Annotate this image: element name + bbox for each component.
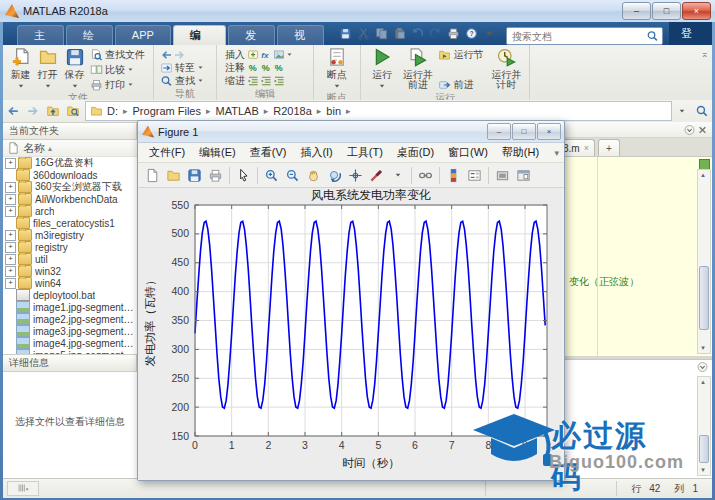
expand-icon[interactable]: + (5, 230, 16, 241)
figure-menu-item[interactable]: 文件(F) (142, 145, 192, 160)
editor-document[interactable]: 变化（正弦波） ▴ ▾ (563, 157, 712, 359)
figure-menu-item[interactable]: 插入(I) (293, 145, 339, 160)
figure-menu-item[interactable]: 查看(V) (243, 145, 294, 160)
collapse-ribbon-icon[interactable]: ⌅ (701, 48, 709, 59)
figure-restore-button[interactable]: □ (512, 123, 536, 140)
open-button[interactable]: 打开 (35, 47, 60, 92)
path-segment[interactable]: R2018a (273, 105, 312, 117)
run-section-button[interactable]: 运行节 (438, 48, 485, 61)
print-icon[interactable] (205, 165, 226, 185)
copy-icon[interactable] (372, 25, 390, 43)
current-folder-header[interactable]: 当前文件夹 (3, 122, 137, 140)
insert-image-icon[interactable] (273, 48, 286, 61)
indent-row[interactable]: 缩进 (223, 74, 307, 87)
up-folder-button[interactable] (43, 102, 63, 120)
insert-icon[interactable] (247, 48, 260, 61)
ribbon-tab-4[interactable]: 编辑器 (173, 25, 226, 45)
details-header[interactable]: 详细信息 (3, 354, 137, 372)
new-file-icon[interactable] (142, 165, 163, 185)
expand-icon[interactable]: + (5, 182, 16, 193)
find-files-button[interactable]: 查找文件 (90, 48, 147, 61)
browse-folder-button[interactable] (63, 102, 83, 120)
breakpoints-button[interactable]: 断点 (319, 47, 355, 92)
hide-plot-tools-icon[interactable] (492, 165, 513, 185)
run-time-button[interactable]: 运行并 计时 (488, 47, 524, 92)
figure-title-bar[interactable]: Figure 1 – □ × (138, 121, 564, 143)
ribbon-tab-3[interactable]: APP (115, 25, 171, 45)
ribbon-tab-6[interactable]: 视图 (277, 25, 324, 45)
link-plot-icon[interactable] (415, 165, 436, 185)
search-input[interactable] (510, 30, 646, 43)
print-icon[interactable] (444, 25, 462, 43)
title-bar[interactable]: MATLAB R2018a – □ × (0, 0, 715, 22)
figure-menu-item[interactable]: 帮助(H) (495, 145, 546, 160)
comment-row[interactable]: 注释 % % % (223, 61, 307, 74)
path-segment[interactable]: Program Files (133, 105, 201, 117)
minimize-button[interactable]: – (622, 2, 651, 20)
run-advance-button[interactable]: 运行并 前进 (400, 47, 436, 92)
editor-scrollbar[interactable]: ▴ ▾ (697, 169, 711, 354)
tab-close-icon[interactable]: × (584, 143, 589, 153)
smart-indent-icon[interactable] (247, 74, 260, 87)
pan-icon[interactable] (303, 165, 324, 185)
panel-menu-icon[interactable] (696, 361, 709, 374)
panel-close-icon[interactable] (696, 123, 709, 136)
forward-icon[interactable] (173, 48, 186, 61)
undo-icon[interactable] (408, 25, 426, 43)
file-row[interactable]: image1.jpg-segmente... (3, 301, 137, 313)
legend-icon[interactable] (464, 165, 485, 185)
close-button[interactable]: × (682, 2, 711, 20)
zoom-in-icon[interactable] (261, 165, 282, 185)
open-icon[interactable] (163, 165, 184, 185)
expand-icon[interactable]: + (5, 206, 16, 217)
figure-close-button[interactable]: × (537, 123, 561, 140)
recent-folders-icon[interactable] (672, 102, 692, 120)
doc-search-box[interactable] (506, 27, 663, 45)
ribbon-tab-5[interactable]: 发布 (228, 25, 275, 45)
goto-button[interactable]: 转至 (160, 61, 204, 74)
expand-icon[interactable]: + (5, 158, 16, 169)
path-segment[interactable]: MATLAB (216, 105, 259, 117)
advance-button[interactable]: 前进 (438, 78, 485, 91)
expand-icon[interactable]: + (5, 254, 16, 265)
zoom-out-icon[interactable] (282, 165, 303, 185)
scroll-up-icon[interactable]: ▴ (698, 377, 708, 387)
search-icon[interactable] (646, 30, 659, 43)
figure-menu-item[interactable]: 窗口(W) (441, 145, 495, 160)
file-row[interactable]: image2.jpg-segmente... (3, 313, 137, 325)
figure-menu-item[interactable]: 工具(T) (340, 145, 390, 160)
save-button[interactable]: 保存 (62, 47, 87, 92)
statusbar-grip[interactable] (7, 481, 39, 496)
name-column-header[interactable]: 名称 ▴ (3, 140, 137, 157)
insert-row[interactable]: 插入 fx (223, 48, 307, 61)
file-row[interactable]: image5.jpg-segmente... (3, 349, 137, 354)
data-cursor-icon[interactable] (345, 165, 366, 185)
comment-icon[interactable]: % (247, 61, 260, 74)
scroll-up-icon[interactable]: ▴ (698, 170, 708, 180)
back-icon[interactable] (160, 48, 173, 61)
figure-menu-item[interactable]: 编辑(E) (192, 145, 243, 160)
save-icon[interactable] (184, 165, 205, 185)
fx-icon[interactable]: fx (260, 48, 273, 61)
dock-figure-icon[interactable] (513, 165, 534, 185)
figure-menu-item[interactable]: 桌面(D) (390, 145, 441, 160)
path-segment[interactable]: D: (107, 105, 118, 117)
file-row[interactable]: image4.jpg-segmente... (3, 337, 137, 349)
wrap-comment-icon[interactable]: % (273, 61, 286, 74)
forward-button[interactable] (23, 102, 43, 120)
scroll-down-icon[interactable]: ▾ (698, 465, 708, 475)
save-icon[interactable] (336, 25, 354, 43)
new-tab-button[interactable]: + (598, 139, 620, 156)
print-button[interactable]: 打印 (90, 78, 147, 91)
panel-menu-icon[interactable] (683, 123, 696, 136)
uncomment-icon[interactable]: % (260, 61, 273, 74)
back-button[interactable] (3, 102, 23, 120)
cursor-icon[interactable] (233, 165, 254, 185)
breadcrumb[interactable]: D:▸Program Files▸MATLAB▸R2018a▸bin▸ (85, 101, 672, 121)
figure-minimize-button[interactable]: – (487, 123, 511, 140)
expand-icon[interactable]: + (5, 266, 16, 277)
file-row[interactable]: +win64 (3, 277, 137, 289)
ribbon-tab-1[interactable]: 主页 (17, 25, 64, 45)
expand-icon[interactable]: + (5, 194, 16, 205)
caret-down-icon[interactable] (387, 165, 408, 185)
